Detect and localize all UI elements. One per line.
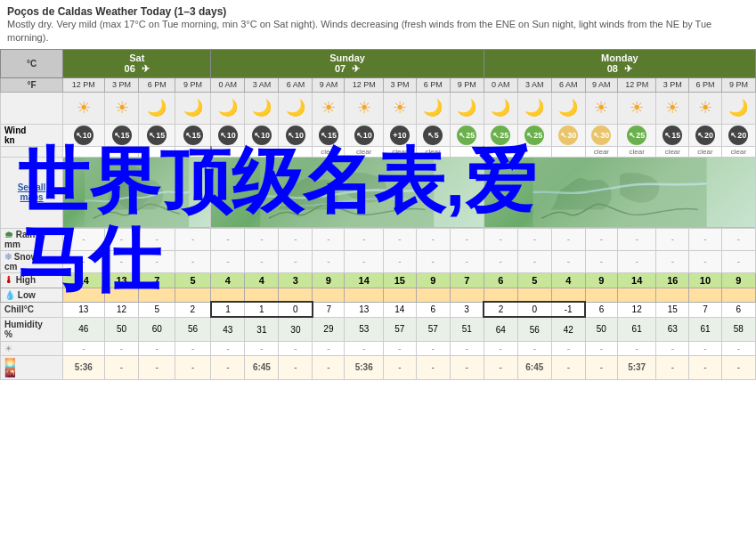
low-sat-0: [63, 288, 104, 302]
uv-sun-5: -: [384, 341, 417, 355]
wind-mon-2: ↖30: [551, 124, 585, 146]
cloud-sat-2: [139, 146, 175, 157]
high-mon-7: 9: [721, 272, 755, 288]
high-mon-6: 10: [689, 272, 722, 288]
high-sun-4: 14: [345, 272, 384, 288]
low-mon-1: [517, 288, 551, 302]
uv-sat-2: -: [139, 341, 175, 355]
snow-mon-5: -: [656, 250, 689, 272]
icon-sat-2: 🌙: [139, 92, 175, 124]
sunrise-sun-7: -: [450, 355, 484, 379]
hum-mon-0: 64: [484, 317, 517, 341]
snow-sun-1: -: [245, 250, 279, 272]
wind-sun-2: ↖10: [279, 124, 313, 146]
chill-row: Chill°C 13 12 5 2 1 1 0 7 13 14 6 3 2 0 …: [1, 302, 756, 317]
chill-sat-1: 12: [104, 302, 139, 317]
rain-row: 🌧 Rainmm - - - - - - - - - - - - - - - -…: [1, 228, 756, 250]
uv-sun-4: -: [345, 341, 384, 355]
rain-mon-7: -: [721, 228, 755, 250]
high-temp-row: 🌡 High 14 13 7 5 4 4 3 9 14 15 9 7 6 5 4…: [1, 272, 756, 288]
chill-sun-5: 14: [384, 302, 417, 317]
cloud-mon-1: [517, 146, 551, 157]
wind-row-label: Windkn: [1, 124, 63, 146]
uv-row: ☀ - - - - - - - - - - - - - - - - - - - …: [1, 341, 756, 355]
sunrise-mon-4: 5:37: [617, 355, 656, 379]
sunrise-mon-2: -: [551, 355, 585, 379]
sunrise-sat-0: 5:36: [63, 355, 104, 379]
wind-mon-4: ↖25: [617, 124, 656, 146]
low-sun-7: [450, 288, 484, 302]
uv-mon-6: -: [689, 341, 722, 355]
chill-mon-7: 6: [721, 302, 755, 317]
wind-sun-7: ↖25: [450, 124, 484, 146]
wind-sat-2: ↖15: [139, 124, 175, 146]
sunrise-sat-2: -: [139, 355, 175, 379]
sun-icon: ✈: [352, 63, 360, 74]
wind-mon-1: ↖25: [517, 124, 551, 146]
uv-sat-3: -: [175, 341, 210, 355]
sat-date: 06: [125, 63, 135, 74]
hum-mon-5: 63: [656, 317, 689, 341]
hum-sun-7: 51: [450, 317, 484, 341]
rain-mon-6: -: [689, 228, 722, 250]
uv-mon-1: -: [517, 341, 551, 355]
hum-sat-0: 46: [63, 317, 104, 341]
sunrise-sun-0: -: [211, 355, 245, 379]
snow-mon-3: -: [585, 250, 617, 272]
hum-sat-1: 50: [104, 317, 139, 341]
time-sat-1: 3 PM: [104, 77, 139, 92]
icon-sun-4: ☀: [345, 92, 384, 124]
sun-day-name: Sunday: [329, 53, 365, 63]
snow-row: ❄ Snowcm - - - - - - - - - - - - - - - -…: [1, 250, 756, 272]
low-mon-2: [551, 288, 585, 302]
hum-sat-2: 60: [139, 317, 175, 341]
snow-mon-4: -: [617, 250, 656, 272]
high-row-label: 🌡 High: [1, 272, 63, 288]
cloud-clear-row: clear clear clear clear clear clear clea…: [1, 146, 756, 157]
day-sat-header: Sat 06 ✈: [63, 49, 211, 77]
chill-sun-6: 6: [416, 302, 450, 317]
header-section: Poços de Caldas Weather Today (1–3 days)…: [0, 0, 756, 49]
sunrise-sat-3: -: [175, 355, 210, 379]
mon-date: 08: [607, 63, 618, 74]
low-sun-3: [313, 288, 345, 302]
hum-mon-2: 42: [551, 317, 585, 341]
hum-sun-4: 53: [345, 317, 384, 341]
day-sun-header: Sunday 07 ✈: [211, 49, 484, 77]
low-sun-5: [384, 288, 417, 302]
icon-sun-0: 🌙: [211, 92, 245, 124]
snow-sun-5: -: [384, 250, 417, 272]
see-all-maps-link[interactable]: See allmaps: [1, 157, 63, 228]
cloud-sun-2: [279, 146, 313, 157]
hum-mon-7: 58: [721, 317, 755, 341]
time-mon-0: 0 AM: [484, 77, 517, 92]
cloud-sun-6: clear: [416, 146, 450, 157]
time-sat-3: 9 PM: [175, 77, 210, 92]
cloud-sun-5: clear: [384, 146, 417, 157]
snow-sun-3: -: [313, 250, 345, 272]
unit-toggle-f[interactable]: °F: [1, 77, 63, 92]
high-mon-5: 16: [656, 272, 689, 288]
snow-row-label: ❄ Snowcm: [1, 250, 63, 272]
wind-sun-6: ↖5: [416, 124, 450, 146]
time-sun-6: 6 PM: [416, 77, 450, 92]
icon-mon-3: ☀: [585, 92, 617, 124]
high-sun-2: 3: [279, 272, 313, 288]
rain-row-label: 🌧 Rainmm: [1, 228, 63, 250]
chill-sat-2: 5: [139, 302, 175, 317]
sunrise-sun-5: -: [384, 355, 417, 379]
time-sat-2: 6 PM: [139, 77, 175, 92]
cloud-mon-6: clear: [689, 146, 722, 157]
map-sat: [63, 157, 211, 228]
rain-sat-0: -: [63, 228, 104, 250]
cloud-sat-0: [63, 146, 104, 157]
uv-sun-3: -: [313, 341, 345, 355]
mon-icon: ✈: [624, 63, 632, 74]
sat-day-name: Sat: [129, 53, 144, 63]
cloud-row-label: [1, 146, 63, 157]
cloud-sat-3: [175, 146, 210, 157]
uv-mon-2: -: [551, 341, 585, 355]
sunrise-mon-0: -: [484, 355, 517, 379]
chill-sun-1: 1: [245, 302, 279, 317]
sunrise-sun-2: -: [279, 355, 313, 379]
